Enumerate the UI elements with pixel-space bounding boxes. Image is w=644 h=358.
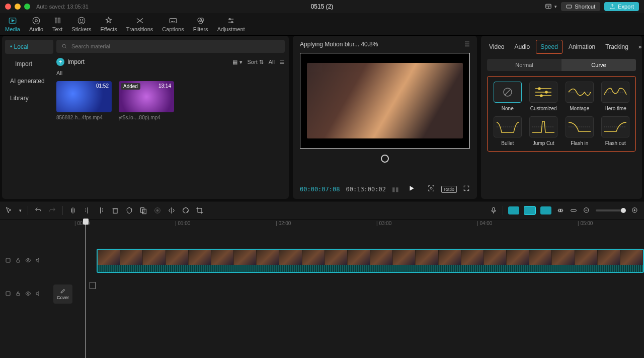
zoom-in-button[interactable]	[631, 206, 639, 214]
preview-canvas[interactable]	[300, 53, 470, 149]
tab-captions[interactable]: Captions	[162, 16, 184, 32]
record-button[interactable]	[153, 206, 162, 214]
preset-jump-cut[interactable]: Jump Cut	[528, 116, 560, 146]
media-sidebar: • Local Import AI generated Library	[2, 36, 56, 124]
cover-button[interactable]: Cover	[53, 284, 72, 304]
current-timecode: 00:00:07:08	[300, 186, 340, 193]
preview-menu-button[interactable]: ☰	[464, 41, 470, 48]
preset-customized[interactable]: Customized	[528, 82, 560, 111]
timeline-toolbar: ▾	[0, 201, 644, 220]
media-clip[interactable]: 01:52 856882-h...4fps.mp4	[56, 81, 112, 120]
track-mode-1[interactable]	[508, 206, 519, 214]
inspector-tab-speed[interactable]: Speed	[536, 40, 562, 54]
fullscreen-button[interactable]	[463, 185, 470, 193]
curve-presets: None Customized Montage Hero time Bullet	[487, 76, 636, 152]
mic-button[interactable]	[490, 206, 498, 214]
mirror-button[interactable]	[168, 206, 176, 214]
refresh-icon[interactable]	[381, 155, 389, 163]
sidebar-import[interactable]: Import	[5, 57, 53, 71]
media-browser: • Local Import AI generated Library + Im…	[2, 36, 289, 199]
tab-transitions[interactable]: Transitions	[126, 16, 153, 32]
tick: | 04:00	[477, 221, 492, 226]
ratio-button[interactable]: Ratio	[441, 186, 457, 193]
search-field[interactable]	[56, 40, 285, 53]
snapshot-button[interactable]	[427, 184, 435, 194]
preset-none[interactable]: None	[492, 82, 524, 111]
crop-duplicate-button[interactable]	[139, 206, 147, 214]
preset-flash-in[interactable]: Flash in	[564, 116, 596, 146]
filter-all-button[interactable]: All	[269, 59, 275, 65]
shortcut-button[interactable]: Shortcut	[561, 2, 600, 11]
select-dropdown[interactable]: ▾	[19, 208, 22, 213]
track-mode-3[interactable]	[540, 206, 551, 214]
play-button[interactable]	[408, 185, 415, 193]
track-mute-icon[interactable]	[35, 291, 41, 298]
redo-button[interactable]	[48, 206, 56, 214]
inspector-tab-tracking[interactable]: Tracking	[601, 40, 632, 53]
preview-frame	[307, 63, 462, 139]
tab-text[interactable]: Text	[52, 16, 62, 32]
rotate-button[interactable]	[182, 206, 190, 214]
delete-left-button[interactable]	[83, 206, 91, 214]
layout-button[interactable]: ▾	[544, 3, 557, 10]
timeline-clip[interactable]	[97, 249, 644, 273]
crop-button[interactable]	[196, 206, 204, 214]
inspector-tab-video[interactable]: Video	[485, 40, 508, 53]
minimize-window[interactable]	[15, 4, 21, 10]
sort-button[interactable]: Sort ⇅	[248, 59, 264, 65]
tab-audio[interactable]: Audio	[29, 16, 43, 32]
delete-button[interactable]	[111, 206, 119, 214]
track-mute-icon[interactable]	[35, 257, 41, 265]
search-input[interactable]	[71, 43, 280, 49]
view-grid-button[interactable]: ▦ ▾	[232, 59, 242, 65]
playhead[interactable]	[86, 220, 86, 358]
track-mode-2[interactable]	[524, 206, 535, 214]
sidebar-library[interactable]: Library	[5, 91, 53, 105]
sidebar-ai-generated[interactable]: AI generated	[5, 74, 53, 88]
svg-point-68	[28, 293, 29, 294]
preset-bullet[interactable]: Bullet	[492, 116, 524, 146]
tab-adjustment[interactable]: Adjustment	[217, 16, 245, 32]
svg-point-51	[156, 209, 158, 211]
track-lock-icon[interactable]	[15, 257, 21, 265]
delete-right-button[interactable]	[97, 206, 105, 214]
subtab-curve[interactable]: Curve	[561, 59, 636, 71]
import-button[interactable]: + Import	[56, 58, 85, 66]
added-badge: Added	[121, 83, 140, 90]
track-lock-icon[interactable]	[15, 291, 21, 298]
track-visibility-icon[interactable]	[25, 291, 31, 298]
export-button[interactable]: Export	[604, 2, 639, 11]
inspector-tab-more[interactable]: »	[634, 40, 644, 53]
maximize-window[interactable]	[24, 4, 30, 10]
track-visibility-icon[interactable]	[25, 257, 31, 265]
time-ruler[interactable]: | 00:00 | 01:00 | 02:00 | 03:00 | 04:00 …	[0, 220, 644, 229]
media-clip[interactable]: Added 13:14 yt5s.io-...80p).mp4	[119, 81, 174, 120]
subtab-normal[interactable]: Normal	[487, 59, 561, 71]
inspector-tab-audio[interactable]: Audio	[510, 40, 534, 53]
sidebar-local[interactable]: • Local	[5, 40, 53, 54]
track-settings-icon[interactable]	[5, 291, 11, 298]
tab-media[interactable]: Media	[5, 16, 20, 32]
inspector-tab-animation[interactable]: Animation	[565, 40, 599, 53]
undo-button[interactable]	[34, 206, 42, 214]
preset-montage[interactable]: Montage	[564, 82, 596, 111]
split-button[interactable]	[69, 206, 77, 214]
svg-rect-63	[6, 258, 10, 262]
close-window[interactable]	[5, 4, 11, 10]
compare-button[interactable]: ▮▮	[392, 186, 399, 193]
tab-effects[interactable]: Effects	[100, 16, 117, 32]
filter-button[interactable]: ☰	[280, 59, 285, 65]
preset-hero-time[interactable]: Hero time	[600, 82, 632, 111]
link-button[interactable]	[570, 206, 578, 214]
tab-filters[interactable]: Filters	[193, 16, 208, 32]
zoom-slider[interactable]	[596, 209, 626, 211]
track-settings-icon[interactable]	[5, 257, 11, 265]
magnet-button[interactable]	[556, 206, 565, 214]
tab-stickers[interactable]: Stickers	[71, 16, 91, 32]
zoom-out-button[interactable]	[583, 206, 591, 214]
preset-flash-out[interactable]: Flash out	[600, 116, 632, 146]
svg-point-9	[80, 20, 81, 21]
select-tool[interactable]	[5, 206, 13, 214]
svg-marker-23	[410, 186, 414, 190]
marker-button[interactable]	[125, 206, 133, 214]
